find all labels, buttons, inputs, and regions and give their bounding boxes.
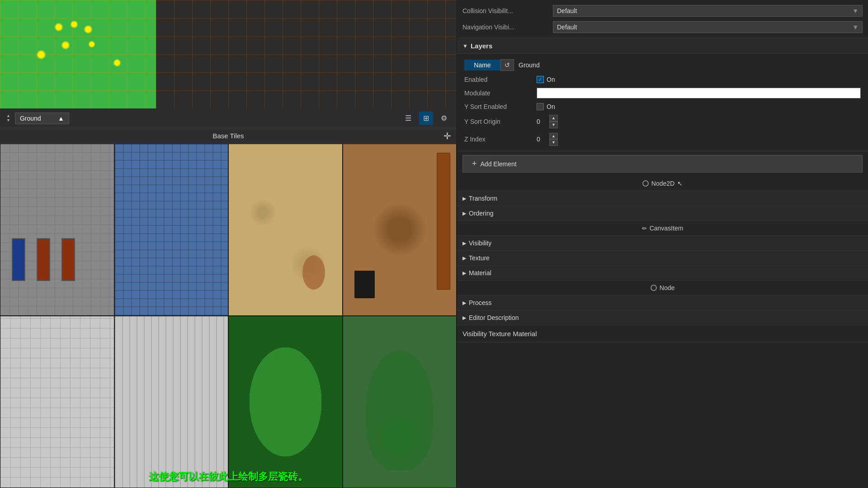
texture-arrow: ▶ xyxy=(462,255,466,261)
z-index-down[interactable]: ▼ xyxy=(549,139,558,146)
viewport xyxy=(0,0,457,108)
y-sort-origin-down[interactable]: ▼ xyxy=(549,122,558,128)
layers-collapse-arrow: ▼ xyxy=(462,43,468,49)
tile-log xyxy=(437,153,450,290)
name-label: Name xyxy=(464,60,500,70)
texture-label: Texture xyxy=(469,254,490,262)
layer-dropdown-arrow: ▲ xyxy=(58,115,64,122)
layers-section-header[interactable]: ▼ Layers xyxy=(457,38,868,54)
viewport-green-area xyxy=(0,0,156,108)
transform-arrow: ▶ xyxy=(462,196,466,202)
tree-sprite-3 xyxy=(84,25,93,34)
tile-sand-rock xyxy=(302,255,325,290)
navigation-visibility-row: Navigation Visibi... Default ▼ xyxy=(462,19,863,35)
material-arrow: ▶ xyxy=(462,270,466,276)
node2d-circle-icon xyxy=(642,180,649,187)
texture-section[interactable]: ▶ Texture xyxy=(457,251,868,266)
canvasitem-row: ✏ CanvasItem xyxy=(457,221,868,236)
modulate-label: Modulate xyxy=(464,89,537,97)
process-arrow: ▶ xyxy=(462,300,466,306)
tree-sprite-2 xyxy=(70,20,78,28)
settings-btn[interactable]: ⚙ xyxy=(437,112,451,125)
layer-select[interactable]: Ground ▲ xyxy=(15,113,69,124)
collision-visibility-value-container: Default ▼ xyxy=(553,5,863,17)
vtm-row[interactable]: Visibility Texture Material xyxy=(462,327,863,340)
modulate-row: Modulate xyxy=(464,85,861,101)
y-sort-enabled-value: On xyxy=(547,103,555,110)
collision-visibility-dropdown[interactable]: Default ▼ xyxy=(553,5,863,17)
enabled-checkbox[interactable]: ✓ xyxy=(537,76,544,83)
ordering-section[interactable]: ▶ Ordering xyxy=(457,206,868,221)
y-sort-enabled-checkbox[interactable] xyxy=(537,103,544,110)
layer-name-text: Ground xyxy=(20,115,41,122)
transform-label: Transform xyxy=(469,195,497,202)
left-panel: ▲ ▼ Ground ▲ ☰ ⊞ ⚙ Base Tiles ✛ xyxy=(0,0,457,488)
y-sort-enabled-row: Y Sort Enabled On xyxy=(464,101,861,113)
y-sort-origin-up[interactable]: ▲ xyxy=(549,115,558,122)
z-index-row: Z Index 0 ▲ ▼ xyxy=(464,131,861,149)
z-index-arrows[interactable]: ▲ ▼ xyxy=(549,133,558,146)
list-view-btn[interactable]: ☰ xyxy=(401,112,415,125)
add-element-button[interactable]: + Add Element xyxy=(462,155,863,173)
tile-blue-stone[interactable] xyxy=(114,144,229,316)
tile-door-orange-1 xyxy=(37,238,50,281)
ordering-arrow: ▶ xyxy=(462,211,466,216)
layer-arrows[interactable]: ▲ ▼ xyxy=(5,113,11,124)
viewport-dark-area xyxy=(156,0,457,108)
arrow-down-icon: ▼ xyxy=(6,118,10,123)
layers-section-title: Layers xyxy=(471,42,492,50)
tile-stripe-pattern[interactable] xyxy=(114,316,229,488)
node2d-row: Node2D ↖ xyxy=(457,176,868,191)
tile-green-shrub[interactable] xyxy=(343,316,457,488)
enabled-label: Enabled xyxy=(464,76,537,83)
editor-description-label: Editor Description xyxy=(469,314,519,321)
editor-description-section[interactable]: ▶ Editor Description xyxy=(457,310,868,325)
editor-description-arrow: ▶ xyxy=(462,315,466,321)
tile-green-patch[interactable] xyxy=(228,316,343,488)
process-section[interactable]: ▶ Process xyxy=(457,296,868,310)
tile-sand[interactable] xyxy=(228,144,343,316)
z-index-value: 0 xyxy=(537,136,547,143)
tiles-grid: 这使您可以在彼此上绘制多层瓷砖。 xyxy=(0,144,457,488)
tile-shrub-shape xyxy=(366,351,434,470)
node-row: Node xyxy=(457,281,868,296)
base-tiles-label: Base Tiles ✛ xyxy=(0,128,457,144)
tile-door-blue xyxy=(12,238,25,281)
navigation-visibility-value-container: Default ▼ xyxy=(553,21,863,33)
collision-visibility-arrow: ▼ xyxy=(852,7,859,14)
viewport-grid-green xyxy=(0,0,156,108)
name-row: Name ↺ Ground xyxy=(464,56,861,74)
y-sort-origin-arrows[interactable]: ▲ ▼ xyxy=(549,115,558,128)
navigation-visibility-dropdown[interactable]: Default ▼ xyxy=(553,21,863,33)
tile-door-orange-2 xyxy=(61,238,75,281)
tile-dirt[interactable] xyxy=(343,144,457,316)
add-tiles-button[interactable]: ✛ xyxy=(443,131,451,141)
enabled-value: On xyxy=(547,76,555,83)
tree-sprite-6 xyxy=(36,50,46,60)
tile-white-brick[interactable] xyxy=(0,316,114,488)
visibility-label: Visibility xyxy=(469,239,491,247)
transform-section[interactable]: ▶ Transform xyxy=(457,191,868,206)
viewport-grid-dark xyxy=(156,0,457,108)
vtm-section: Visibility Texture Material xyxy=(457,325,868,343)
collision-visibility-section: Collision Visibilit... Default ▼ Navigat… xyxy=(457,0,868,38)
modulate-color-picker[interactable] xyxy=(537,88,861,99)
z-index-label: Z Index xyxy=(464,136,537,143)
tile-dark-object xyxy=(354,271,375,298)
visibility-section[interactable]: ▶ Visibility xyxy=(457,236,868,251)
grid-view-btn[interactable]: ⊞ xyxy=(419,112,433,125)
collision-visibility-row: Collision Visibilit... Default ▼ xyxy=(462,3,863,19)
process-label: Process xyxy=(469,299,492,306)
tile-stone[interactable] xyxy=(0,144,114,316)
name-value: Ground xyxy=(514,60,861,70)
name-reset-button[interactable]: ↺ xyxy=(500,59,514,71)
y-sort-origin-value: 0 xyxy=(537,118,547,125)
pencil-icon: ✏ xyxy=(642,225,647,232)
tile-white-brick-grid xyxy=(0,316,114,488)
cursor-icon: ↖ xyxy=(677,180,683,187)
material-section[interactable]: ▶ Material xyxy=(457,266,868,281)
ordering-label: Ordering xyxy=(469,210,493,217)
tree-sprite-5 xyxy=(88,41,95,48)
z-index-up[interactable]: ▲ xyxy=(549,133,558,140)
collision-visibility-label: Collision Visibilit... xyxy=(462,7,553,14)
